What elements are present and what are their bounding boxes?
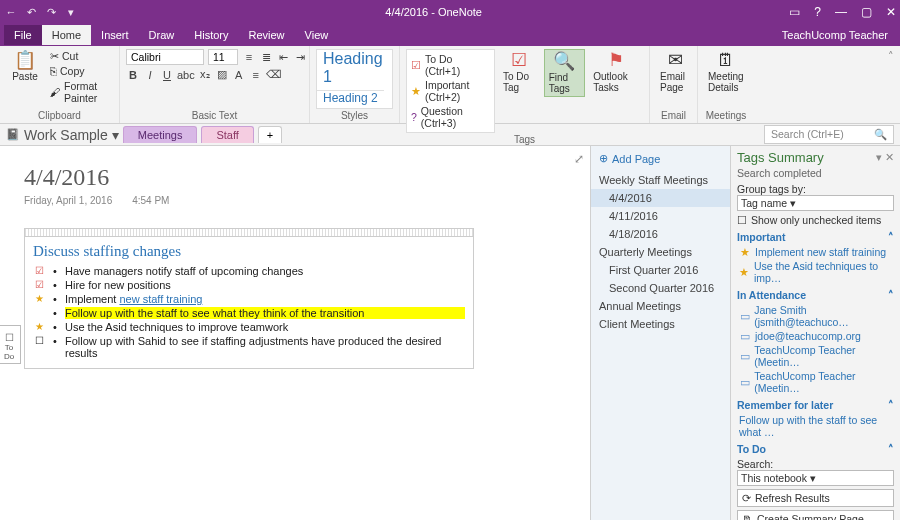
create-summary-button[interactable]: 🗎Create Summary Page <box>737 510 894 520</box>
font-color-button[interactable]: A <box>232 69 246 81</box>
tag-result[interactable]: Follow up with the staff to see what … <box>737 413 894 439</box>
list-item[interactable]: ☑•Have managers notify staff of upcoming… <box>25 264 465 278</box>
underline-button[interactable]: U <box>160 69 174 81</box>
font-size-select[interactable]: 11 <box>208 49 238 65</box>
tag-result[interactable]: ★Implement new staff training <box>737 245 894 259</box>
search-input[interactable]: Search (Ctrl+E)🔍 <box>764 125 894 144</box>
style-heading1[interactable]: Heading 1 <box>317 50 392 86</box>
tag-option-important[interactable]: ★Important (Ctrl+2) <box>411 78 490 104</box>
numbering-icon[interactable]: ≣ <box>259 51 273 64</box>
pane-options-icon[interactable]: ▾ <box>876 151 882 163</box>
checkbox-icon: ☐ <box>737 214 747 226</box>
close-icon[interactable]: ✕ <box>886 5 896 19</box>
flag-icon: ⚑ <box>608 51 624 69</box>
outdent-icon[interactable]: ⇤ <box>276 51 290 64</box>
list-item[interactable]: ☐•Follow up with Sahid to see if staffin… <box>25 334 465 360</box>
page-group[interactable]: Client Meetings <box>591 315 730 333</box>
groupby-label: Group tags by: <box>737 183 894 195</box>
tab-home[interactable]: Home <box>42 25 91 45</box>
search-scope-select[interactable]: This notebook ▾ <box>737 470 894 486</box>
note-container[interactable]: To Do Discuss staffing changes ☑•Have ma… <box>24 228 474 369</box>
page-item[interactable]: 4/4/2016 <box>591 189 730 207</box>
minimize-icon[interactable]: ― <box>835 5 847 19</box>
tab-review[interactable]: Review <box>239 25 295 45</box>
section-tab-staff[interactable]: Staff <box>201 126 253 143</box>
copy-button[interactable]: ⎘Copy <box>48 64 113 78</box>
clear-format-button[interactable]: ⌫ <box>266 68 282 81</box>
todo-tag-button[interactable]: ☑To Do Tag <box>499 49 540 95</box>
back-icon[interactable]: ← <box>4 6 18 18</box>
tag-option-todo[interactable]: ☑To Do (Ctrl+1) <box>411 52 490 78</box>
list-item[interactable]: ☑•Hire for new positions <box>25 278 465 292</box>
bold-button[interactable]: B <box>126 69 140 81</box>
notebook-name[interactable]: Work Sample▾ <box>24 127 119 143</box>
list-item[interactable]: ★•Implement new staff training <box>25 292 465 306</box>
tab-view[interactable]: View <box>295 25 339 45</box>
page-group[interactable]: Weekly Staff Meetings <box>591 171 730 189</box>
qat-more-icon[interactable]: ▾ <box>64 6 78 19</box>
add-page-button[interactable]: ⊕Add Page <box>591 146 730 171</box>
format-painter-button[interactable]: 🖌Format Painter <box>48 79 113 105</box>
tag-result[interactable]: ▭Jane Smith (jsmith@teachuco… <box>737 303 894 329</box>
font-family-select[interactable]: Calibri <box>126 49 204 65</box>
tag-option-question[interactable]: ?Question (Ctrl+3) <box>411 104 490 130</box>
tag-result[interactable]: ★Use the Asid techniques to imp… <box>737 259 894 285</box>
list-item[interactable]: •Follow up with the staff to see what th… <box>25 306 465 320</box>
tab-file[interactable]: File <box>4 25 42 45</box>
tag-section-attendance[interactable]: In Attendance˄ <box>737 289 894 301</box>
notebook-icon[interactable]: 📓 <box>6 128 20 141</box>
outlook-tasks-button[interactable]: ⚑Outlook Tasks <box>589 49 643 95</box>
tag-section-todo[interactable]: To Do˄ <box>737 443 894 455</box>
tab-draw[interactable]: Draw <box>139 25 185 45</box>
tag-result[interactable]: ▭TeachUcomp Teacher (Meetin… <box>737 369 894 395</box>
redo-icon[interactable]: ↷ <box>44 6 58 19</box>
bullets-icon[interactable]: ≡ <box>242 51 256 63</box>
page-group[interactable]: Annual Meetings <box>591 297 730 315</box>
star-icon: ★ <box>411 85 421 97</box>
indent-icon[interactable]: ⇥ <box>293 51 307 64</box>
tag-section-remember[interactable]: Remember for later˄ <box>737 399 894 411</box>
note-heading[interactable]: Discuss staffing changes <box>25 237 473 264</box>
page-item[interactable]: 4/18/2016 <box>591 225 730 243</box>
section-tab-add[interactable]: + <box>258 126 282 143</box>
align-button[interactable]: ≡ <box>249 69 263 81</box>
find-tags-button[interactable]: 🔍Find Tags <box>544 49 586 97</box>
paste-button[interactable]: 📋Paste <box>6 49 44 84</box>
page-group[interactable]: Quarterly Meetings <box>591 243 730 261</box>
maximize-icon[interactable]: ▢ <box>861 5 872 19</box>
page-item[interactable]: Second Quarter 2016 <box>591 279 730 297</box>
tab-insert[interactable]: Insert <box>91 25 139 45</box>
tab-history[interactable]: History <box>184 25 238 45</box>
cut-button[interactable]: ✂Cut <box>48 49 113 63</box>
collapse-ribbon-icon[interactable]: ˄ <box>882 46 900 123</box>
page-title[interactable]: 4/4/2016 <box>24 164 566 191</box>
tag-section-important[interactable]: Important˄ <box>737 231 894 243</box>
signed-in-user[interactable]: TeachUcomp Teacher <box>782 29 896 41</box>
page-canvas[interactable]: ⤢ 4/4/2016 Friday, April 1, 2016 4:54 PM… <box>0 146 590 520</box>
help-icon[interactable]: ? <box>814 5 821 19</box>
strike-button[interactable]: abc <box>177 69 195 81</box>
tag-result[interactable]: ▭TeachUcomp Teacher (Meetin… <box>737 343 894 369</box>
highlight-button[interactable]: ▨ <box>215 68 229 81</box>
meeting-details-button[interactable]: 🗓Meeting Details <box>704 49 748 95</box>
tag-result[interactable]: ▭jdoe@teachucomp.org <box>737 329 894 343</box>
undo-icon[interactable]: ↶ <box>24 6 38 19</box>
style-heading2[interactable]: Heading 2 <box>317 90 384 105</box>
italic-button[interactable]: I <box>143 69 157 81</box>
link[interactable]: new staff training <box>119 293 202 305</box>
page-item[interactable]: 4/11/2016 <box>591 207 730 225</box>
show-unchecked-checkbox[interactable]: ☐Show only unchecked items <box>737 214 894 226</box>
page-item[interactable]: First Quarter 2016 <box>591 261 730 279</box>
pane-close-icon[interactable]: ✕ <box>885 151 894 163</box>
ribbon-options-icon[interactable]: ▭ <box>789 5 800 19</box>
checkbox-icon: ☑ <box>33 279 45 290</box>
email-page-button[interactable]: ✉Email Page <box>656 49 694 95</box>
subscript-button[interactable]: x₂ <box>198 68 212 81</box>
section-tab-meetings[interactable]: Meetings <box>123 126 198 143</box>
refresh-results-button[interactable]: ⟳Refresh Results <box>737 489 894 507</box>
note-drag-handle[interactable] <box>25 229 473 237</box>
groupby-select[interactable]: Tag name ▾ <box>737 195 894 211</box>
list-item[interactable]: ★•Use the Asid techniques to improve tea… <box>25 320 465 334</box>
fullpage-icon[interactable]: ⤢ <box>574 152 584 166</box>
todo-flyout[interactable]: To Do <box>0 325 21 364</box>
